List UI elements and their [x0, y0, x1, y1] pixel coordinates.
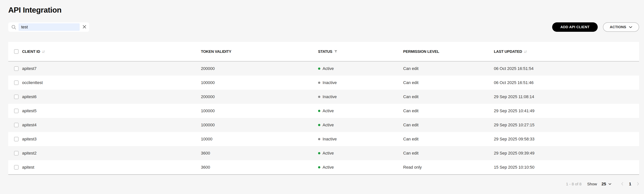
row-checkbox[interactable]	[14, 66, 18, 71]
cell-status: Inactive	[318, 94, 403, 99]
page-title: API Integration	[8, 6, 639, 15]
cell-token-validity: 3600	[201, 165, 318, 170]
cell-status: Active	[318, 123, 403, 127]
cell-status: Inactive	[318, 137, 403, 142]
status-label: Active	[322, 109, 334, 113]
table-row[interactable]: apitest6 200000 Inactive Can edit 29 Sep…	[8, 90, 639, 104]
pagination-nav: 1	[621, 181, 639, 186]
table-row[interactable]: apitest 3600 Active Read only 15 Sep 202…	[8, 160, 639, 174]
row-checkbox[interactable]	[14, 94, 18, 99]
chevron-right-icon	[637, 182, 639, 186]
page-size-select[interactable]: 25	[602, 181, 611, 186]
header-cell-client-id: CLIENT ID ↓↑	[22, 49, 201, 54]
status-label: Active	[322, 165, 334, 170]
cell-permission-level: Can edit	[403, 94, 494, 99]
row-checkbox[interactable]	[14, 151, 18, 155]
api-integration-page: API Integration ADD API CLIENT	[0, 6, 644, 189]
header-cell-last-updated: LAST UPDATED ↓↑	[494, 49, 639, 54]
cell-status: Active	[318, 66, 403, 71]
header-cell-permission-level: PERMISSION LEVEL	[403, 49, 494, 54]
sort-icon-client-id[interactable]: ↓↑	[42, 49, 45, 54]
close-icon	[82, 25, 86, 30]
row-cell-checkbox	[8, 123, 22, 127]
previous-page-button[interactable]	[621, 182, 624, 186]
show-label: Show	[587, 182, 597, 186]
column-label-permission-level: PERMISSION LEVEL	[403, 49, 439, 54]
filter-icon-status[interactable]	[334, 50, 337, 53]
status-dot	[318, 67, 320, 70]
add-api-client-button[interactable]: ADD API CLIENT	[552, 22, 598, 32]
select-all-checkbox[interactable]	[14, 49, 18, 54]
cell-client-id: apitest6	[22, 94, 201, 99]
status-dot	[318, 152, 320, 154]
table-row[interactable]: occlienttest 100000 Inactive Can edit 06…	[8, 76, 639, 90]
chevron-down-icon	[629, 25, 632, 29]
cell-permission-level: Can edit	[403, 123, 494, 127]
cell-status: Active	[318, 109, 403, 113]
cell-client-id: apitest5	[22, 109, 201, 113]
cell-client-id: occlienttest	[22, 80, 201, 85]
row-checkbox[interactable]	[14, 80, 18, 85]
cell-token-validity: 200000	[201, 94, 318, 99]
table-row[interactable]: apitest4 100000 Active Can edit 29 Sep 2…	[8, 118, 639, 132]
cell-client-id: apitest	[22, 165, 201, 170]
search-input[interactable]	[18, 23, 80, 31]
cell-token-validity: 10000	[201, 137, 318, 142]
header-cell-token-validity: TOKEN VALIDITY	[201, 49, 318, 54]
cell-last-updated: 29 Sep 2025 10:27:15	[494, 123, 639, 127]
table-row[interactable]: apitest5 100000 Active Can edit 29 Sep 2…	[8, 104, 639, 118]
current-page-number[interactable]: 1	[629, 181, 631, 186]
status-label: Inactive	[322, 94, 337, 99]
cell-permission-level: Can edit	[403, 109, 494, 113]
cell-permission-level: Can edit	[403, 137, 494, 142]
cell-client-id: apitest3	[22, 137, 201, 142]
table-row[interactable]: apitest2 3600 Active Can edit 29 Sep 202…	[8, 146, 639, 160]
cell-client-id: apitest4	[22, 123, 201, 127]
toolbar-buttons: ADD API CLIENT ACTIONS	[552, 22, 639, 32]
cell-status: Active	[318, 151, 403, 156]
row-cell-checkbox	[8, 109, 22, 113]
row-checkbox[interactable]	[14, 165, 18, 169]
cell-status: Inactive	[318, 80, 403, 85]
actions-button-label: ACTIONS	[610, 25, 626, 29]
page-size-value: 25	[602, 181, 606, 186]
cell-token-validity: 100000	[201, 123, 318, 127]
header-cell-checkbox	[8, 49, 22, 54]
row-checkbox[interactable]	[14, 137, 18, 141]
next-page-button[interactable]	[637, 182, 639, 186]
status-label: Inactive	[322, 80, 337, 85]
cell-last-updated: 29 Sep 2025 09:58:33	[494, 137, 639, 142]
cell-permission-level: Can edit	[403, 66, 494, 71]
cell-last-updated: 15 Sep 2025 10:10:50	[494, 165, 639, 170]
status-label: Inactive	[322, 137, 337, 142]
column-label-last-updated: LAST UPDATED	[494, 49, 522, 54]
status-dot	[318, 166, 320, 168]
cell-token-validity: 100000	[201, 109, 318, 113]
cell-permission-level: Can edit	[403, 80, 494, 85]
api-clients-table: CLIENT ID ↓↑ TOKEN VALIDITY STATUS PERMI…	[8, 42, 639, 175]
clear-search-button[interactable]	[82, 25, 86, 30]
row-checkbox[interactable]	[14, 123, 18, 127]
cell-token-validity: 100000	[201, 80, 318, 85]
sort-icon-last-updated[interactable]: ↓↑	[524, 49, 527, 54]
cell-last-updated: 29 Sep 2025 10:41:49	[494, 109, 639, 113]
row-checkbox[interactable]	[14, 109, 18, 113]
table-body: apitest7 200000 Active Can edit 06 Oct 2…	[8, 61, 639, 174]
search-icon	[11, 25, 16, 30]
status-label: Active	[322, 123, 334, 127]
cell-status: Active	[318, 165, 403, 170]
chevron-down-icon	[608, 182, 612, 186]
column-label-client-id: CLIENT ID	[22, 49, 40, 54]
status-dot	[318, 82, 320, 84]
actions-button[interactable]: ACTIONS	[603, 22, 639, 32]
status-label: Active	[322, 151, 334, 156]
row-cell-checkbox	[8, 94, 22, 99]
table-row[interactable]: apitest7 200000 Active Can edit 06 Oct 2…	[8, 61, 639, 76]
table-row[interactable]: apitest3 10000 Inactive Can edit 29 Sep …	[8, 132, 639, 146]
cell-client-id: apitest7	[22, 66, 201, 71]
row-cell-checkbox	[8, 151, 22, 155]
status-dot	[318, 138, 320, 140]
cell-token-validity: 3600	[201, 151, 318, 156]
table-header: CLIENT ID ↓↑ TOKEN VALIDITY STATUS PERMI…	[8, 42, 639, 61]
status-dot	[318, 124, 320, 126]
